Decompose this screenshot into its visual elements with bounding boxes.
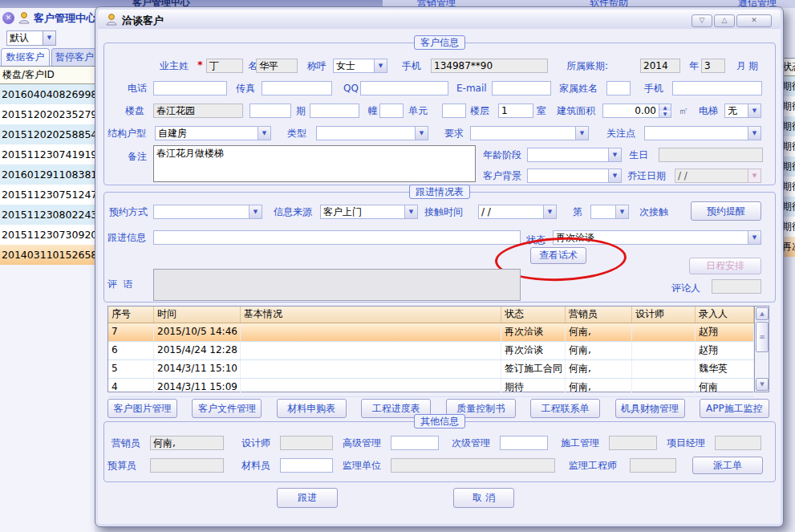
appointment-reminder-button[interactable]: 预约提醒 bbox=[691, 201, 761, 221]
cancel-button[interactable]: 取 消 bbox=[453, 488, 514, 508]
list-item[interactable]: 2016012911083815 bbox=[0, 164, 95, 185]
tab-data-customers[interactable]: 数据客户 bbox=[1, 48, 50, 66]
table-row[interactable]: 5 2014/3/11 15:10 签订施工合同 何南, 魏华英 bbox=[108, 360, 754, 379]
email-field[interactable] bbox=[492, 81, 551, 95]
type-select[interactable]: ▼ bbox=[316, 126, 428, 140]
maximize-button[interactable]: △ bbox=[714, 14, 735, 27]
dropdown-icon[interactable]: ▼ bbox=[608, 169, 621, 182]
app-monitoring-button[interactable]: APP施工监控 bbox=[700, 399, 769, 418]
col-recorder[interactable]: 录入人 bbox=[696, 307, 754, 323]
dropdown-icon[interactable]: ▼ bbox=[748, 231, 761, 244]
filter-select[interactable]: 默认 ▼ bbox=[6, 30, 56, 46]
list-item[interactable]: 2015112307419197 bbox=[0, 144, 95, 164]
dropdown-icon[interactable]: ▼ bbox=[43, 31, 55, 45]
follow-info-field[interactable] bbox=[153, 230, 521, 245]
scrollbar-thumb[interactable]: ≡ bbox=[756, 322, 769, 352]
material-clerk-field[interactable] bbox=[280, 458, 333, 473]
customer-background-select[interactable]: ▼ bbox=[527, 169, 622, 183]
minimize-button[interactable]: ▽ bbox=[692, 14, 712, 27]
remark-textarea[interactable]: 春江花月做楼梯 bbox=[153, 145, 476, 182]
dispatch-order-button[interactable]: 派工单 bbox=[692, 457, 763, 474]
sqm-label: ㎡ bbox=[679, 104, 688, 118]
secondary-manager-field[interactable] bbox=[500, 436, 548, 450]
unit-label: 单元 bbox=[408, 104, 428, 118]
col-designer[interactable]: 设计师 bbox=[632, 307, 696, 323]
dropdown-icon[interactable]: ▼ bbox=[415, 127, 428, 140]
status-cell-selected: 再次洽谈 bbox=[782, 237, 795, 257]
list-item[interactable]: 2015112307512476 bbox=[0, 185, 95, 205]
scroll-down-icon[interactable]: ▼ bbox=[756, 378, 769, 391]
dropdown-icon[interactable]: ▼ bbox=[258, 127, 270, 140]
age-stage-select[interactable]: ▼ bbox=[527, 148, 622, 162]
requirement-select[interactable]: ▼ bbox=[470, 126, 589, 140]
status-cell: 期待 bbox=[782, 197, 795, 217]
structure-select[interactable]: 自建房▼ bbox=[155, 126, 271, 140]
col-no[interactable]: 序号 bbox=[108, 307, 154, 323]
salutation-label: 称呼 bbox=[307, 59, 327, 73]
spin-up-icon[interactable]: ▲ bbox=[659, 104, 671, 111]
info-source-select[interactable]: 客户上门▼ bbox=[320, 205, 418, 219]
view-script-button[interactable]: 查看话术 bbox=[530, 247, 586, 264]
schedule-button[interactable]: 日程安排 bbox=[689, 258, 761, 274]
estate-phase-field[interactable] bbox=[249, 104, 291, 118]
list-item[interactable]: 2015112307309205 bbox=[0, 225, 95, 245]
col-basic-info[interactable]: 基本情况 bbox=[241, 307, 501, 323]
elevator-select[interactable]: 无▼ bbox=[724, 104, 761, 118]
customer-files-button[interactable]: 客户文件管理 bbox=[192, 399, 262, 418]
table-row[interactable]: 4 2014/3/11 15:09 期待 何南, 何南 bbox=[108, 379, 754, 397]
dropdown-icon[interactable]: ▼ bbox=[249, 205, 262, 218]
scroll-up-icon[interactable]: ▲ bbox=[756, 307, 769, 320]
project-contact-button[interactable]: 工程联系单 bbox=[530, 399, 600, 418]
contact-time-select[interactable]: / /▼ bbox=[478, 205, 557, 219]
follow-up-button[interactable]: 跟进 bbox=[277, 488, 338, 508]
table-row-selected[interactable]: 7 2015/10/5 14:46 再次洽谈 何南, 赵翔 bbox=[108, 323, 754, 342]
other-info-legend: 其他信息 bbox=[414, 414, 465, 428]
spin-down-icon[interactable]: ▼ bbox=[659, 111, 671, 117]
nth-select[interactable]: ▼ bbox=[590, 205, 629, 219]
tab-paused-customers[interactable]: 暂停客户 bbox=[51, 48, 95, 66]
family-mobile-field[interactable] bbox=[672, 81, 762, 95]
dropdown-icon[interactable]: ▼ bbox=[575, 127, 588, 140]
status-select[interactable]: 再次洽谈▼ bbox=[553, 230, 761, 245]
list-item[interactable]: 2016040408269981 bbox=[0, 84, 95, 104]
customer-photos-button[interactable]: 客户图片管理 bbox=[107, 399, 177, 418]
col-time[interactable]: 时间 bbox=[154, 307, 241, 323]
building-field[interactable] bbox=[310, 104, 359, 118]
qq-field[interactable] bbox=[360, 81, 448, 95]
floor-field[interactable]: 1 bbox=[498, 104, 533, 118]
appointment-method-select[interactable]: ▼ bbox=[153, 205, 262, 219]
dropdown-icon[interactable]: ▼ bbox=[543, 205, 556, 218]
col-status[interactable]: 状态 bbox=[501, 307, 566, 323]
phone-field[interactable] bbox=[153, 81, 227, 95]
focus-select[interactable]: ▼ bbox=[644, 126, 761, 140]
dropdown-icon[interactable]: ▼ bbox=[374, 59, 387, 72]
dropdown-icon[interactable]: ▼ bbox=[748, 127, 761, 140]
month-label: 月 bbox=[736, 59, 746, 73]
senior-manager-field[interactable] bbox=[391, 436, 439, 450]
family-name-field[interactable] bbox=[606, 81, 631, 95]
table-row[interactable]: 6 2015/4/24 12:28 再次洽谈 何南, 赵翔 bbox=[108, 342, 754, 360]
dropdown-icon[interactable]: ▼ bbox=[404, 205, 417, 218]
unit-field[interactable] bbox=[379, 104, 404, 118]
building-label: 幢 bbox=[368, 104, 378, 118]
list-item-selected[interactable]: 2014031101526589 bbox=[0, 245, 95, 265]
dropdown-icon[interactable]: ▼ bbox=[615, 205, 628, 218]
salutation-select[interactable]: 女士▼ bbox=[333, 59, 387, 73]
status-cell: 期待 bbox=[782, 136, 795, 156]
list-item[interactable]: 2015120202352799 bbox=[0, 104, 95, 124]
area-stepper[interactable]: 0.00 ▲▼ bbox=[602, 104, 671, 118]
table-scrollbar[interactable]: ▲ ≡ ▼ bbox=[754, 307, 769, 392]
list-item[interactable]: 2015120202588541 bbox=[0, 124, 95, 144]
dropdown-icon[interactable]: ▼ bbox=[608, 148, 621, 161]
fax-field[interactable] bbox=[262, 81, 332, 95]
material-request-button[interactable]: 材料申购表 bbox=[277, 399, 347, 418]
col-marketer[interactable]: 营销员 bbox=[566, 307, 632, 323]
close-button[interactable]: ✕ bbox=[736, 14, 772, 27]
equipment-assets-button[interactable]: 机具财物管理 bbox=[615, 399, 685, 418]
list-item[interactable]: 2015112308022433 bbox=[0, 205, 95, 225]
dropdown-icon[interactable]: ▼ bbox=[748, 104, 761, 117]
close-panel-icon[interactable]: ✕ bbox=[2, 12, 14, 24]
period-year-field: 2014 bbox=[640, 59, 680, 73]
dialog-titlebar[interactable]: 洽谈客户 ▽ △ ✕ bbox=[98, 10, 781, 29]
unit2-field[interactable] bbox=[442, 104, 466, 118]
